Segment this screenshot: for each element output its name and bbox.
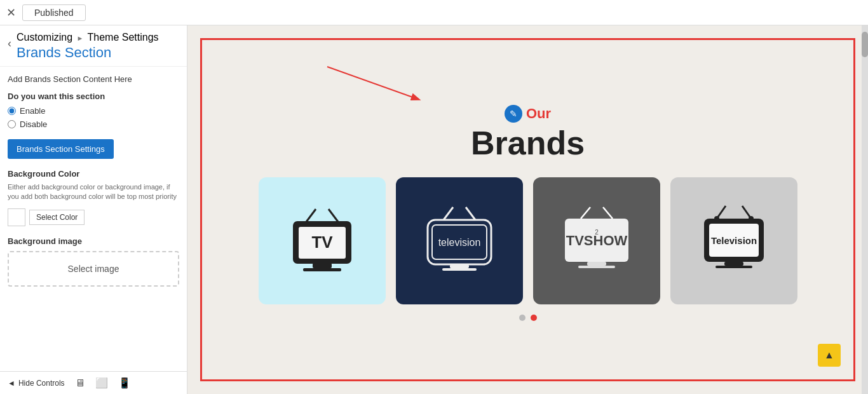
edit-icon: ✎ <box>505 105 522 123</box>
brand-card-3: 2 TVSHOW <box>533 177 660 304</box>
arrow-left-icon: ◄ <box>8 379 15 388</box>
disable-label: Disable <box>20 119 47 129</box>
brands-grid: TV <box>259 177 797 304</box>
svg-text:Television: Television <box>710 235 756 246</box>
svg-rect-30 <box>715 266 752 268</box>
svg-text:TVSHOW: TVSHOW <box>566 233 627 248</box>
top-bar: ✕ Published <box>0 0 868 25</box>
tablet-icon[interactable]: ⬜ <box>95 377 108 389</box>
published-button[interactable]: Published <box>22 4 86 21</box>
bg-color-heading: Background Color <box>8 169 179 179</box>
section-question: Do you want this section <box>8 92 179 101</box>
svg-rect-29 <box>724 262 743 266</box>
svg-rect-6 <box>313 263 332 268</box>
main-layout: ‹ Customizing ► Theme Settings Brands Se… <box>0 25 868 394</box>
our-text: Our <box>526 105 551 122</box>
brand-card-4: Television <box>670 177 797 304</box>
svg-text:television: television <box>438 237 480 248</box>
sidebar: ‹ Customizing ► Theme Settings Brands Se… <box>0 25 187 394</box>
preview-area: ✎ Our Brands <box>187 25 868 394</box>
section-title: Brands Section <box>17 44 159 61</box>
brands-section-settings-button[interactable]: Brands Section Settings <box>8 139 114 159</box>
sidebar-footer: ◄ Hide Controls 🖥 ⬜ 📱 <box>0 371 187 394</box>
brand-card-2: television <box>396 177 523 304</box>
radio-group: Enable Disable <box>8 106 179 129</box>
svg-rect-14 <box>442 268 477 271</box>
disable-radio[interactable] <box>8 120 16 128</box>
svg-text:TV: TV <box>311 233 333 252</box>
breadcrumb-customizing: Customizing <box>17 32 72 43</box>
brands-heading: ✎ Our Brands <box>471 105 585 161</box>
breadcrumb-separator: ► <box>76 34 83 42</box>
carousel-dot-1[interactable] <box>519 315 526 321</box>
tv-icon-3: 2 TVSHOW <box>555 200 638 282</box>
breadcrumb-theme-settings: Theme Settings <box>88 32 159 43</box>
our-label-row: ✎ Our <box>471 105 585 123</box>
right-scrollbar[interactable] <box>862 25 868 394</box>
carousel-dots <box>519 315 537 321</box>
desktop-icon[interactable]: 🖥 <box>75 377 85 389</box>
sidebar-content: Add Brands Section Content Here Do you w… <box>0 67 187 371</box>
enable-radio-label[interactable]: Enable <box>8 106 179 116</box>
select-color-button[interactable]: Select Color <box>29 210 85 225</box>
sidebar-header: ‹ Customizing ► Theme Settings Brands Se… <box>0 25 187 67</box>
tv-icon-2: television <box>418 200 501 282</box>
disable-radio-label[interactable]: Disable <box>8 119 179 129</box>
svg-line-15 <box>581 207 590 219</box>
mobile-icon[interactable]: 📱 <box>118 377 131 389</box>
scroll-top-button[interactable]: ▲ <box>818 344 841 367</box>
preview-box: ✎ Our Brands <box>200 38 855 381</box>
enable-radio[interactable] <box>8 107 16 115</box>
color-swatch[interactable] <box>8 208 25 226</box>
svg-rect-21 <box>578 266 615 268</box>
carousel-dot-2[interactable] <box>531 315 537 321</box>
bg-color-description: Either add background color or backgroun… <box>8 182 179 202</box>
tv-icon-4: Television <box>693 200 775 282</box>
hide-controls-label: Hide Controls <box>18 379 65 388</box>
svg-rect-20 <box>587 262 606 266</box>
svg-line-2 <box>329 209 338 222</box>
svg-rect-7 <box>303 268 341 271</box>
scroll-thumb[interactable] <box>862 32 868 57</box>
color-picker-row: Select Color <box>8 208 179 226</box>
back-button[interactable]: ‹ <box>8 37 11 50</box>
svg-line-1 <box>306 209 316 222</box>
select-image-label: Select image <box>68 264 119 274</box>
bg-image-heading: Background image <box>8 236 179 246</box>
enable-label: Enable <box>20 106 45 116</box>
brand-card-1: TV <box>259 177 386 304</box>
svg-line-8 <box>444 207 453 220</box>
select-image-area[interactable]: Select image <box>8 251 179 287</box>
svg-rect-13 <box>450 264 469 268</box>
close-icon[interactable]: ✕ <box>6 6 16 20</box>
hide-controls-button[interactable]: ◄ Hide Controls <box>8 379 65 388</box>
add-content-label: Add Brands Section Content Here <box>8 74 179 84</box>
breadcrumb: Customizing ► Theme Settings Brands Sect… <box>17 32 159 61</box>
svg-line-9 <box>466 207 475 220</box>
svg-line-16 <box>603 207 613 219</box>
brands-title: Brands <box>471 125 585 161</box>
tv-icon-1: TV <box>281 200 363 282</box>
pencil-icon: ✎ <box>510 109 517 119</box>
